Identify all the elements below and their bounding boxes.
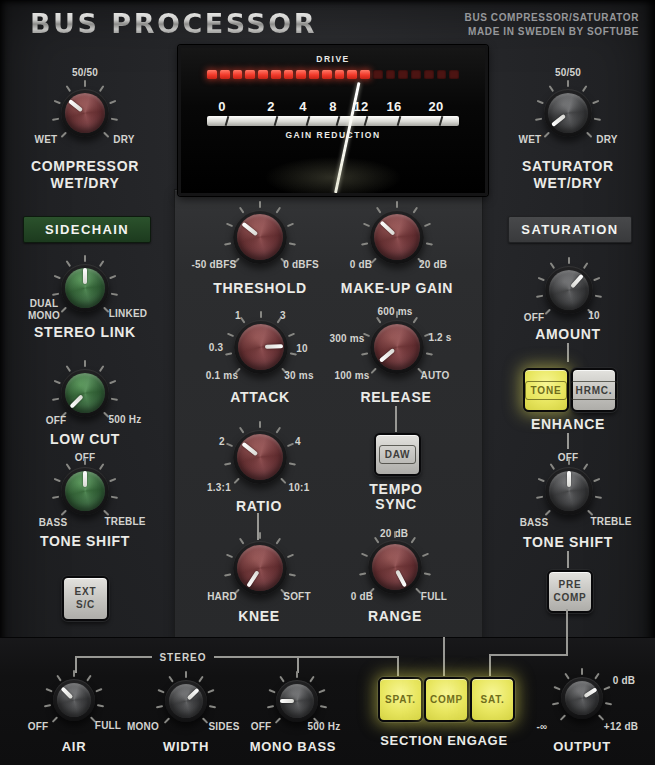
makeup-gain-knob[interactable] [370,210,424,264]
ratio-name: RATIO [236,498,282,514]
tone-shift-right-knob[interactable] [545,467,593,515]
connector-line [489,654,491,677]
output-name: OUTPUT [553,739,611,754]
plugin-window: BUS PROCESSOR BUS COMPRESSOR/SATURATOR M… [0,0,655,765]
led-segment [322,70,332,79]
led-segment [296,70,306,79]
makeup-name: MAKE-UP GAIN [341,280,453,296]
low-cut-min-label: OFF [46,415,67,426]
knob-tick [544,131,550,137]
stereo-link-name: STEREO LINK [34,324,136,340]
tone-shift-left-knob[interactable] [61,467,109,515]
attack-knob[interactable] [234,320,288,374]
threshold-min-label: -50 dBFS [192,259,237,270]
stereo-link-min-line1: DUAL [30,298,59,309]
amount-knob[interactable] [545,266,593,314]
threshold-knob[interactable] [233,210,287,264]
button-label-line1: PRE [553,579,586,592]
sat-wet-name-line2: WET/DRY [534,175,603,191]
knob-tick [538,477,545,482]
low-cut-max-label: 500 Hz [109,414,142,425]
knee-knob[interactable] [233,541,287,595]
button-label: TONE [525,381,568,400]
knob-tick [582,85,588,92]
stereo-link-min-line2: MONO [28,310,60,321]
subtitle-line2: MADE IN SWEDEN BY SOFTUBE [465,25,639,39]
attack-tick-03: 0.3 [209,342,224,353]
compressor-panel [175,190,482,638]
makeup-max-label: 20 dB [419,259,447,270]
knob-tick [54,274,61,279]
knob-tick [568,458,570,465]
enhance-harmonics-button[interactable]: HRMC. [571,368,617,412]
led-segment [424,70,434,79]
button-label-line1: EXT [75,586,97,599]
comp-wet-name-line2: WET/DRY [51,175,120,191]
button-label: COMP [430,694,463,705]
width-knob[interactable] [165,680,207,722]
button-label: PRE COMP [553,579,586,604]
led-segment [258,70,268,79]
sat-wet-min-label: WET [519,134,542,145]
width-min-label: MONO [127,721,159,732]
button-label-line2: S/C [75,599,97,612]
release-min-label: 100 ms [334,370,369,381]
stereo-link-knob[interactable] [61,264,109,312]
knob-tick [111,117,118,120]
comp-wet-top-label: 50/50 [72,67,98,78]
output-min-label: -∞ [537,721,548,732]
knee-max-label: SOFT [283,591,310,602]
tempo-sync-daw-button[interactable]: DAW [374,433,421,476]
connector-line [489,654,568,656]
ext-sidechain-button[interactable]: EXT S/C [62,576,109,621]
release-ur-label: 1.2 s [428,332,451,343]
led-segment [360,70,370,79]
width-name: WIDTH [163,739,209,754]
saturator-wetdry-knob[interactable] [544,89,592,137]
knob-tick [545,308,551,314]
release-knob[interactable] [370,320,424,374]
page-title: BUS PROCESSOR [30,8,317,39]
button-label: DAW [379,445,417,464]
knob-tick [109,379,116,384]
engage-spatial-button[interactable]: SPAT. [378,677,423,722]
led-segment [233,70,243,79]
meter-scale: 0248121620 [181,99,485,113]
engage-saturator-button[interactable]: SAT. [470,677,515,722]
low-cut-knob[interactable] [61,369,109,417]
air-knob[interactable] [53,679,95,721]
ratio-ul-label: 2 [219,436,225,447]
ratio-min-label: 1.3:1 [207,482,231,493]
mono-bass-knob[interactable] [276,680,318,722]
led-segment [220,70,230,79]
knob-tick [593,477,600,482]
knob-pointer [233,319,289,375]
comp-wet-name-line1: COMPRESSOR [31,158,139,174]
attack-tick-1: 1 [235,310,241,321]
output-knob[interactable] [561,677,603,719]
knob-tick [52,495,59,498]
enhance-tone-button[interactable]: TONE [523,368,569,412]
ratio-knob[interactable] [233,430,287,484]
gain-reduction-label: GAIN REDUCTION [181,130,485,140]
knob-tick [595,495,602,498]
attack-tick-10: 10 [296,343,308,354]
meter-scale-label: 20 [429,99,444,114]
knee-min-label: HARD [207,591,237,602]
sat-wet-max-label: DRY [596,134,617,145]
range-knob[interactable] [368,540,422,594]
connector-line [566,609,568,656]
knob-tick [111,292,118,295]
pre-comp-button[interactable]: PRE COMP [547,570,593,613]
knob-tick [109,274,116,279]
knob-tick [54,477,61,482]
led-segment [437,70,447,79]
connector-line [75,656,152,658]
led-segment [347,70,357,79]
meter-scale-label: 2 [267,99,275,114]
compressor-wetdry-knob[interactable] [61,89,109,137]
section-engage-name: SECTION ENGAGE [380,733,508,748]
knob-tick [84,255,86,262]
stereo-group-label: STEREO [159,652,206,663]
engage-compressor-button[interactable]: COMP [424,677,469,722]
